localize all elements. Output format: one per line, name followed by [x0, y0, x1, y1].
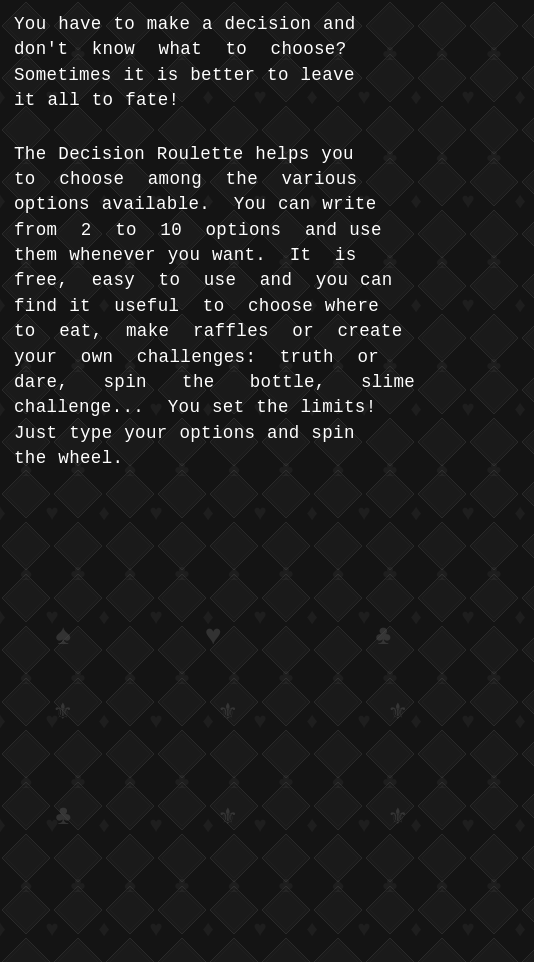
suit-heart-1: ♥ — [205, 621, 222, 652]
intro-paragraph: You have to make a decision and don't kn… — [14, 12, 520, 114]
suit-fleur-3: ⚜ — [390, 695, 406, 727]
suit-club-1: ♣ — [375, 621, 392, 652]
suit-club-2: ♣ — [55, 801, 72, 832]
suit-fleur-2: ⚜ — [220, 695, 236, 727]
suit-spade-1: ♠ — [55, 621, 72, 652]
suit-fleur-1: ⚜ — [55, 695, 71, 727]
description-paragraph: The Decision Roulette helps you to choos… — [14, 142, 520, 472]
background: ♠ ♣ ♥ ♦ ♦ You have to make a decision an… — [0, 0, 534, 962]
suit-fleur-5: ⚜ — [390, 800, 406, 832]
decorative-suits: ♠ ♥ ♣ ⚜ ⚜ ⚜ ♣ ⚜ ⚜ — [0, 582, 534, 962]
suit-fleur-4: ⚜ — [220, 800, 236, 832]
content-area: You have to make a decision and don't kn… — [0, 0, 534, 491]
